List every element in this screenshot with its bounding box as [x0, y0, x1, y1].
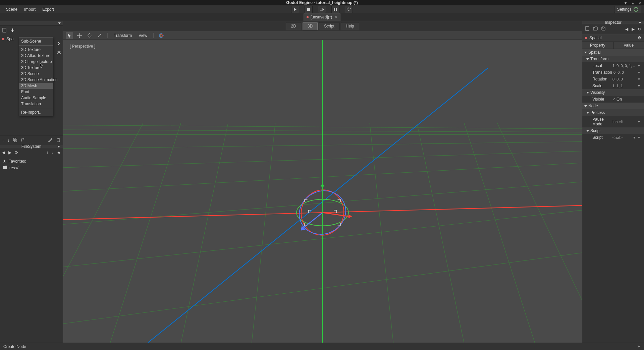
nav-up-icon[interactable]: ↑: [46, 150, 48, 155]
view-menu[interactable]: View: [137, 33, 149, 38]
section-process[interactable]: Process: [582, 109, 644, 116]
chevron-down-icon[interactable]: ▾: [638, 83, 641, 88]
svg-marker-14: [68, 34, 71, 38]
nav-back-icon[interactable]: ◀: [2, 150, 5, 155]
prop-script[interactable]: Script<null>▾▾: [582, 134, 644, 141]
play-custom-button[interactable]: [331, 6, 339, 13]
chevron-down-icon[interactable]: ▾: [638, 135, 641, 140]
scene-tab-unsaved[interactable]: [unsaved](*) ✕: [304, 13, 341, 21]
script-icon[interactable]: [57, 41, 61, 47]
menu-import[interactable]: Import: [21, 6, 39, 13]
chevron-down-icon[interactable]: ▾: [638, 70, 641, 75]
chevron-down-icon[interactable]: ▾: [638, 77, 641, 81]
new-resource-icon[interactable]: [585, 26, 590, 32]
dd-3d-anim[interactable]: 3D Scene Animation: [19, 77, 53, 83]
move-down-icon[interactable]: ↓: [7, 138, 9, 143]
dd-3d-scene[interactable]: 3D Scene: [19, 71, 53, 77]
maximize-icon[interactable]: ▴: [631, 1, 635, 5]
section-transform[interactable]: Transform: [582, 56, 644, 62]
play-scene-button[interactable]: [318, 6, 326, 13]
chevron-down-icon[interactable]: ▾: [633, 135, 637, 140]
prop-scale[interactable]: Scale1, 1, 1▾: [582, 82, 644, 89]
section-script[interactable]: Script: [582, 127, 644, 134]
section-spatial[interactable]: Spatial: [582, 49, 644, 56]
move-tool-icon[interactable]: [76, 32, 83, 39]
close-icon[interactable]: ✕: [638, 1, 643, 5]
favorites-item[interactable]: ★ Favorites:: [3, 158, 60, 164]
prop-pause-mode[interactable]: Pause ModeInherit▾: [582, 116, 644, 127]
nav-forward-icon[interactable]: ▶: [8, 150, 11, 155]
dd-audio[interactable]: Audio Sample: [19, 95, 53, 101]
play-button[interactable]: [291, 6, 299, 13]
chevron-down-icon[interactable]: [639, 22, 641, 23]
svg-line-29: [181, 123, 228, 343]
nav-refresh-icon[interactable]: ⟳: [15, 150, 18, 155]
prop-visible[interactable]: Visible✓ On: [582, 96, 644, 103]
dd-2d-texture[interactable]: 2D Texture: [19, 47, 53, 53]
stop-button[interactable]: [305, 6, 313, 13]
select-tool-icon[interactable]: [66, 32, 73, 39]
scale-tool-icon[interactable]: [96, 32, 103, 39]
prop-local[interactable]: Local1, 0, 0, 0, 1, ..▾: [582, 62, 644, 69]
gear-icon[interactable]: ⚙: [638, 36, 641, 40]
svg-line-34: [464, 123, 535, 343]
dd-3d-mesh[interactable]: 3D Mesh: [19, 83, 53, 89]
mode-help[interactable]: Help: [341, 22, 359, 30]
edited-node: Spatial ⚙: [582, 34, 644, 42]
reparent-icon[interactable]: [21, 137, 25, 143]
dd-font[interactable]: Font: [19, 89, 53, 95]
viewport-toolbar: Transform View: [63, 31, 582, 40]
section-visibility[interactable]: Visibility: [582, 89, 644, 96]
dd-reimport[interactable]: Re-Import..: [19, 109, 53, 115]
rotate-tool-icon[interactable]: [86, 32, 93, 39]
chevron-down-icon[interactable]: [58, 22, 61, 24]
dd-sub-scene[interactable]: Sub-Scene: [19, 38, 53, 44]
mode-3d[interactable]: 3D: [303, 22, 318, 30]
duplicate-icon[interactable]: [13, 137, 17, 143]
add-node-icon[interactable]: [10, 28, 15, 34]
new-node-icon[interactable]: [2, 28, 7, 34]
mode-2d[interactable]: 2D: [286, 22, 301, 30]
section-node[interactable]: Node: [582, 103, 644, 109]
svg-rect-5: [336, 8, 337, 11]
refresh-icon[interactable]: ⟳: [638, 27, 641, 32]
menu-export[interactable]: Export: [39, 6, 57, 13]
save-resource-icon[interactable]: [601, 26, 606, 32]
chevron-down-icon[interactable]: ▾: [638, 119, 641, 124]
gizmo-icon[interactable]: [158, 32, 165, 39]
remote-debug-button[interactable]: [345, 6, 353, 13]
prop-rotation[interactable]: Rotation0, 0, 0▾: [582, 76, 644, 82]
dd-2d-atlas[interactable]: 2D Atlas Texture: [19, 53, 53, 59]
edit-icon[interactable]: [48, 137, 53, 143]
delete-icon[interactable]: [56, 137, 61, 143]
inspector-header: Inspector: [582, 21, 644, 24]
viewport-3d[interactable]: [ Perspective ]: [63, 40, 582, 343]
perspective-label[interactable]: [ Perspective ]: [70, 44, 95, 49]
load-resource-icon[interactable]: [593, 26, 598, 32]
menu-scene[interactable]: Scene: [3, 6, 21, 13]
history-fwd-icon[interactable]: ▶: [632, 27, 635, 32]
minimize-icon[interactable]: ▾: [623, 1, 628, 5]
settings-button[interactable]: Settings: [614, 6, 641, 13]
favorite-icon[interactable]: ★: [57, 150, 61, 155]
history-back-icon[interactable]: ◀: [625, 27, 628, 32]
visibility-icon[interactable]: [57, 50, 61, 56]
transform-menu[interactable]: Transform: [112, 33, 134, 38]
svg-marker-43: [348, 215, 352, 218]
svg-rect-13: [57, 139, 60, 142]
chevron-down-icon[interactable]: [57, 146, 60, 148]
prop-translation[interactable]: Translation0, 0, 0▾: [582, 69, 644, 76]
dd-2d-large[interactable]: 2D Large Texture: [19, 59, 53, 65]
dd-translation[interactable]: Translation: [19, 101, 53, 107]
bottom-status[interactable]: Create Node: [3, 344, 26, 349]
close-tab-icon[interactable]: ✕: [334, 15, 337, 19]
nav-down-icon[interactable]: ↓: [52, 150, 54, 155]
favorites-label: Favorites:: [8, 159, 26, 164]
move-up-icon[interactable]: ↑: [2, 138, 4, 143]
res-folder[interactable]: res://: [3, 164, 60, 171]
mode-script[interactable]: Script: [319, 22, 339, 30]
inspector-body: Spatial Transform Local1, 0, 0, 0, 1, ..…: [582, 49, 644, 343]
dd-3d-texture[interactable]: 3D Texture: [19, 65, 53, 71]
settings-label: Settings: [617, 7, 632, 12]
chevron-down-icon[interactable]: ▾: [638, 63, 641, 68]
